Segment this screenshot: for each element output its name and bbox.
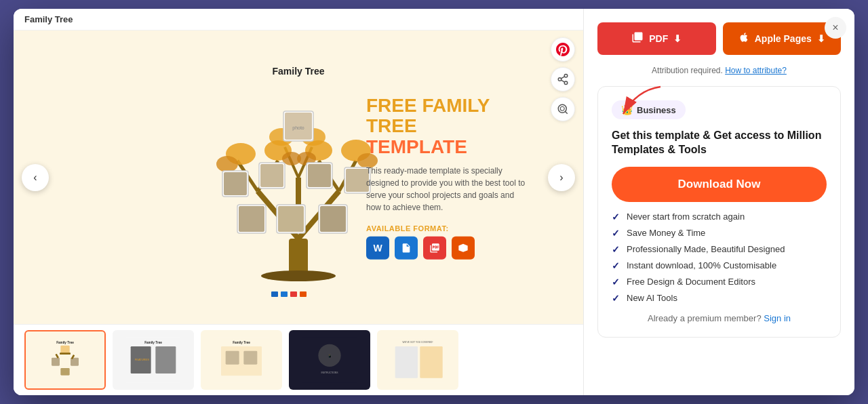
modal: × Family Tree ‹	[14, 9, 854, 395]
feature-item-1: ✓ Never start from scratch again	[612, 211, 827, 222]
template-free-title: FREE FAMILY TREE	[366, 95, 529, 137]
svg-text:📱: 📱	[328, 354, 332, 359]
template-description: This ready-made template is specially de…	[366, 165, 529, 214]
check-icon-5: ✓	[612, 277, 620, 287]
format-docs[interactable]	[395, 237, 418, 260]
apple-download-icon: ⬇	[817, 33, 825, 44]
svg-text:WE'VE GOT YOU COVERED!: WE'VE GOT YOU COVERED!	[403, 341, 433, 344]
business-card: 👑 Business Get this template & Get acces…	[597, 86, 841, 338]
apple-icon	[738, 32, 749, 45]
svg-rect-77	[395, 346, 418, 378]
svg-text:FEATURES: FEATURES	[135, 358, 149, 361]
feature-item-4: ✓ Instant download, 100% Customisable	[612, 260, 827, 271]
download-now-button[interactable]: Download Now	[612, 167, 827, 202]
page-title: Family Tree	[24, 14, 73, 24]
svg-point-11	[261, 270, 336, 281]
format-word[interactable]: W	[366, 237, 389, 260]
check-icon-3: ✓	[612, 244, 620, 255]
business-badge: 👑 Business	[612, 100, 686, 119]
pdf-icon	[631, 31, 644, 46]
check-icon-1: ✓	[612, 211, 620, 222]
template-info: FREE FAMILY TREE TEMPLATE This ready-mad…	[366, 95, 529, 259]
pdf-download-icon: ⬇	[673, 33, 682, 44]
feature-item-6: ✓ New AI Tools	[612, 293, 827, 304]
thumbnail-5[interactable]: WE'VE GOT YOU COVERED!	[377, 330, 458, 390]
svg-rect-57	[60, 368, 69, 376]
svg-rect-78	[420, 346, 442, 378]
thumbnail-3[interactable]: Family Tree	[201, 330, 282, 390]
sign-in-link[interactable]: Sign in	[764, 313, 791, 323]
available-format-label: AVAILABLE FORMAT:	[366, 224, 529, 233]
nav-prev-button[interactable]: ‹	[22, 164, 49, 191]
thumbnail-4[interactable]: 📱 INSTRUCTIONS	[289, 330, 370, 390]
svg-rect-47	[320, 206, 346, 232]
features-list: ✓ Never start from scratch again ✓ Save …	[612, 211, 827, 304]
svg-rect-64	[155, 346, 176, 373]
format-pdf[interactable]	[423, 237, 446, 260]
svg-rect-48	[271, 291, 278, 297]
check-icon-4: ✓	[612, 260, 620, 271]
svg-rect-56	[71, 358, 79, 366]
page-title-bar: Family Tree	[14, 9, 583, 31]
svg-rect-55	[52, 358, 60, 366]
template-preview-image: Family Tree	[203, 56, 393, 300]
svg-text:photo: photo	[292, 125, 304, 131]
how-to-attribute-link[interactable]: How to attribute?	[725, 66, 787, 75]
svg-rect-49	[281, 291, 288, 297]
nav-next-button[interactable]: ›	[548, 164, 575, 191]
svg-rect-45	[278, 206, 304, 232]
svg-rect-10	[289, 239, 308, 276]
check-icon-6: ✓	[612, 293, 620, 304]
format-icons-row: W	[366, 237, 529, 260]
svg-text:Family Tree: Family Tree	[272, 66, 324, 77]
sign-in-row: Already a premium member? Sign in	[612, 313, 827, 323]
svg-text:INSTRUCTIONS: INSTRUCTIONS	[321, 371, 339, 374]
svg-rect-35	[224, 172, 247, 195]
business-heading: Get this template & Get access to Millio…	[612, 129, 827, 157]
preview-area: ‹ Family Tree	[14, 31, 583, 324]
thumbnail-1[interactable]: Family Tree	[24, 330, 106, 390]
svg-rect-39	[308, 164, 331, 187]
svg-rect-43	[239, 206, 264, 232]
download-buttons-row: PDF ⬇ Apple Pages ⬇	[597, 22, 841, 55]
template-main-title: TEMPLATE	[366, 137, 529, 158]
check-icon-2: ✓	[612, 228, 620, 239]
svg-rect-37	[260, 164, 283, 187]
left-panel: Family Tree ‹	[14, 9, 583, 395]
close-button[interactable]: ×	[825, 17, 846, 39]
feature-item-2: ✓ Save Money & Time	[612, 228, 827, 239]
thumbnail-strip: Family Tree Family Tree	[14, 324, 583, 395]
svg-text:Family Tree: Family Tree	[56, 341, 74, 344]
preview-content: Family Tree	[14, 31, 583, 324]
svg-rect-69	[226, 351, 239, 365]
format-publisher[interactable]	[452, 237, 475, 260]
svg-rect-70	[243, 351, 257, 365]
svg-rect-50	[290, 291, 297, 297]
svg-text:Family Tree: Family Tree	[144, 341, 162, 344]
feature-item-3: ✓ Professionally Made, Beautiful Designe…	[612, 244, 827, 255]
svg-point-22	[216, 156, 238, 172]
crown-icon: 👑	[621, 104, 633, 115]
feature-item-5: ✓ Free Design & Document Editors	[612, 277, 827, 287]
right-panel: PDF ⬇ Apple Pages ⬇ Attribution required…	[583, 9, 854, 395]
attribution-text: Attribution required. How to attribute?	[597, 66, 841, 75]
apple-pages-download-button[interactable]: Apple Pages ⬇	[723, 22, 842, 55]
svg-rect-41	[346, 169, 369, 192]
svg-rect-58	[60, 352, 71, 355]
svg-text:Family Tree: Family Tree	[233, 341, 250, 344]
pdf-download-button[interactable]: PDF ⬇	[597, 22, 716, 55]
thumbnail-2[interactable]: Family Tree FEATURES	[113, 330, 194, 390]
svg-rect-51	[300, 291, 307, 297]
